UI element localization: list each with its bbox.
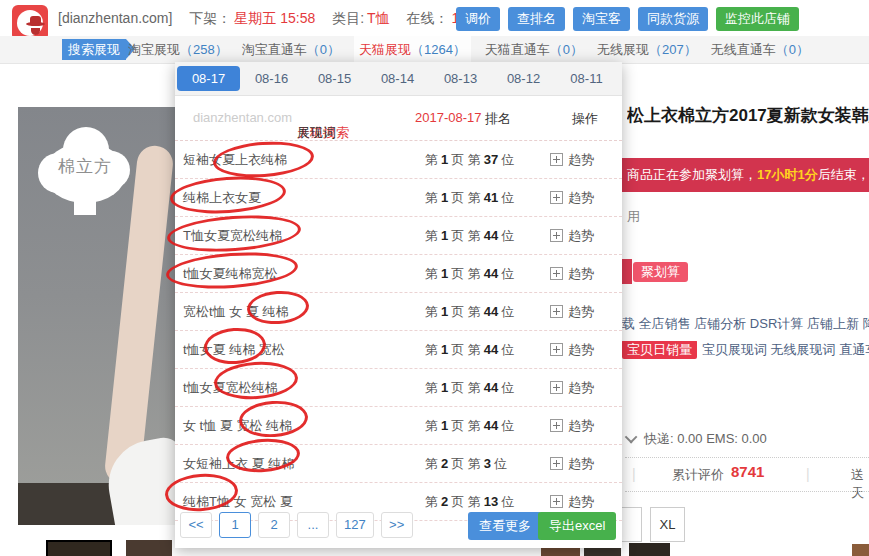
taobaoke-button[interactable]: 淘宝客 — [573, 7, 630, 31]
gallery-thumbnail[interactable] — [584, 548, 621, 556]
expand-trend-icon — [550, 495, 563, 508]
action-column-header: 操作 — [572, 110, 598, 128]
category-label: 类目: — [332, 10, 364, 26]
monitor-shop-button[interactable]: 监控此店铺 — [716, 7, 799, 31]
offshelf-value: 星期五 15:58 — [234, 10, 315, 26]
rank-text: 第1页 第41位 — [425, 179, 514, 216]
gallery-thumbnail[interactable] — [46, 540, 112, 556]
check-rank-button[interactable]: 查排名 — [508, 7, 565, 31]
expand-trend-icon — [550, 305, 563, 318]
chevron-down-icon[interactable] — [625, 431, 638, 444]
plugin-topbar: [dianzhentan.com] 下架：星期五 15:58 类目:T恤 在线：… — [0, 0, 869, 36]
tab-taobao-display[interactable]: 淘宝展现（258） — [128, 36, 228, 63]
date-tabs: 08-17 08-16 08-15 08-14 08-13 08-12 08-1… — [175, 62, 622, 96]
separator: | — [806, 466, 810, 482]
brand-logo: 棉立方 — [40, 127, 132, 221]
table-title: 展现词 — [297, 124, 336, 142]
rank-text: 第1页 第44位 — [425, 331, 514, 368]
brand-logo-text: 棉立方 — [40, 155, 130, 178]
divider — [625, 457, 869, 458]
rank-text: 第1页 第44位 — [425, 217, 514, 254]
gallery-thumbnail[interactable] — [629, 543, 670, 556]
report-date: 2017-08-17 — [415, 110, 482, 125]
tab-wireless-ztc[interactable]: 无线直通车（0） — [711, 36, 809, 63]
page-1-button[interactable]: 1 — [219, 512, 251, 538]
topbar-buttons: 调价 查排名 淘宝客 同款货源 监控此店铺 — [456, 7, 799, 31]
trend-action[interactable]: 趋势 — [550, 179, 594, 216]
size-option-xl[interactable]: XL — [650, 507, 685, 542]
trend-action[interactable]: 趋势 — [550, 255, 594, 292]
expand-trend-icon — [550, 267, 563, 280]
text-fragment: 用 — [627, 208, 640, 226]
trend-action[interactable]: 趋势 — [550, 293, 594, 330]
review-count-value: 8741 — [731, 463, 764, 480]
date-tab-08-13[interactable]: 08-13 — [429, 66, 492, 91]
product-title: 松上衣棉立方2017夏新款女装韩版 — [627, 104, 869, 127]
page-next-button[interactable]: >> — [381, 512, 413, 538]
search-display-ribbon[interactable]: 搜索展现 — [62, 39, 126, 60]
trend-action[interactable]: 趋势 — [550, 369, 594, 406]
expand-trend-icon — [550, 457, 563, 470]
tab-taobao-ztc[interactable]: 淘宝直通车（0） — [242, 36, 340, 63]
page-2-button[interactable]: 2 — [258, 512, 290, 538]
juhuasuan-badge: 聚划算 — [633, 262, 688, 282]
rank-text: 第1页 第44位 — [425, 293, 514, 330]
pagination: << 1 2 ... 127 >> — [180, 512, 420, 538]
trend-action[interactable]: 趋势 — [550, 217, 594, 254]
keyword-rank-popup: 08-17 08-16 08-15 08-14 08-13 08-12 08-1… — [175, 62, 622, 548]
trend-action[interactable]: 趋势 — [550, 141, 594, 178]
tool-links-row1[interactable]: 载 全店销售 店铺分析 DSR计算 店铺上新 降权 — [622, 315, 869, 333]
separator: | — [632, 466, 636, 482]
expand-trend-icon — [550, 419, 563, 432]
tool-links-row2: 宝贝日销量宝贝展现词 无线展现词 直通车分 — [622, 341, 869, 359]
tab-tmall-ztc[interactable]: 天猫直通车（0） — [485, 36, 583, 63]
page-last-button[interactable]: 127 — [336, 512, 374, 538]
date-tab-08-17[interactable]: 08-17 — [177, 66, 240, 91]
site-watermark: dianzhentan.com — [193, 110, 292, 125]
tab-tmall-display[interactable]: 天猫展现（1264） — [354, 36, 471, 63]
date-tab-08-14[interactable]: 08-14 — [366, 66, 429, 91]
gallery-thumbnail[interactable] — [541, 548, 580, 556]
page-prev-button[interactable]: << — [180, 512, 212, 538]
gallery-thumbnail[interactable] — [126, 540, 172, 556]
date-tab-08-16[interactable]: 08-16 — [240, 66, 303, 91]
same-source-button[interactable]: 同款货源 — [638, 7, 708, 31]
export-excel-button[interactable]: 导出excel — [538, 512, 616, 540]
offshelf-label: 下架： — [189, 10, 231, 26]
adjust-price-button[interactable]: 调价 — [456, 7, 500, 31]
page-ellipsis[interactable]: ... — [297, 512, 329, 538]
countdown-value: 17小时1分 — [757, 167, 818, 182]
tab-wireless-display[interactable]: 无线展现（207） — [597, 36, 697, 63]
trend-action[interactable]: 趋势 — [550, 331, 594, 368]
screen: [dianzhentan.com] 下架：星期五 15:58 类目:T恤 在线：… — [0, 0, 869, 556]
display-tabs: 淘宝展现（258） 淘宝直通车（0） 天猫展现（1264） 天猫直通车（0） 无… — [128, 36, 823, 63]
shop-info-line: [dianzhentan.com] 下架：星期五 15:58 类目:T恤 在线：… — [58, 10, 500, 28]
view-more-button[interactable]: 查看更多 — [468, 512, 542, 540]
expand-trend-icon — [550, 381, 563, 394]
shop-domain: [dianzhentan.com] — [58, 10, 172, 26]
rank-text: 第1页 第37位 — [425, 141, 514, 178]
popup-footer: << 1 2 ... 127 >> 查看更多 导出excel — [180, 512, 617, 540]
shipping-info: 快递: 0.00 EMS: 0.00 — [628, 430, 767, 448]
date-tab-08-15[interactable]: 08-15 — [303, 66, 366, 91]
product-main-image[interactable]: 棉立方 — [18, 107, 175, 525]
date-tab-08-11[interactable]: 08-11 — [555, 66, 618, 91]
trend-action[interactable]: 趋势 — [550, 407, 594, 444]
review-count-label: 累计评价 — [672, 466, 724, 484]
daily-sales-badge[interactable]: 宝贝日销量 — [622, 341, 697, 359]
rank-text: 第1页 第44位 — [425, 407, 514, 444]
expand-trend-icon — [550, 153, 563, 166]
gallery-thumbnail[interactable] — [852, 544, 869, 556]
expand-trend-icon — [550, 191, 563, 204]
rank-text: 第1页 第44位 — [425, 369, 514, 406]
trend-action[interactable]: 趋势 — [550, 445, 594, 482]
date-tab-08-12[interactable]: 08-12 — [492, 66, 555, 91]
ribbon-label: 搜索展现 — [68, 42, 120, 57]
expand-trend-icon — [550, 229, 563, 242]
category-value: T恤 — [367, 10, 390, 26]
popup-table-header: dianzhentan.com 天猫搜索展现词 2017-08-17 排名 操作 — [175, 96, 622, 141]
plugin-nav: 搜索展现 淘宝展现（258） 淘宝直通车（0） 天猫展现（1264） 天猫直通车… — [0, 36, 869, 64]
keyword-row: 宽松t恤 女 夏 纯棉 第1页 第44位 趋势 — [175, 293, 622, 331]
expand-trend-icon — [550, 343, 563, 356]
rank-text: 第1页 第44位 — [425, 255, 514, 292]
